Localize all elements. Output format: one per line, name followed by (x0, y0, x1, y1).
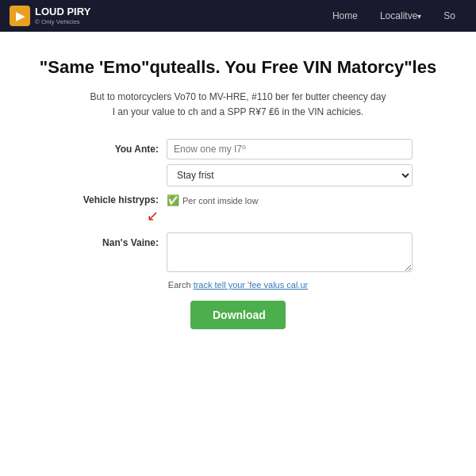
vehicle-row: Vehicle histryps: ↙ ✅ Per cont imside lo… (63, 194, 413, 225)
logo-text: LOUD PIRY © Only Vehicles (35, 6, 90, 25)
you-ante-input[interactable] (167, 139, 413, 159)
logo-name: LOUD PIRY (35, 6, 90, 17)
status-check-icon: ✅ (167, 194, 179, 206)
desc-line1: But to motorcyclers Vo70 to MV-HRE, #110… (90, 91, 386, 102)
download-button[interactable]: Download (190, 301, 286, 329)
track-link[interactable]: track tell your 'fee valus cal.ur (194, 280, 309, 290)
you-ante-controls: Stay frist (167, 139, 413, 186)
you-ante-row: You Ante: Stay frist (63, 139, 413, 186)
vehicle-controls: ✅ Per cont imside low (167, 194, 413, 208)
vehicle-arrow-icon: ↙ (63, 207, 159, 225)
page-description: But to motorcyclers Vo70 to MV-HRE, #110… (32, 90, 444, 120)
desc-line2: I an your value to ch and a SPP R¥7 ₤6 i… (113, 106, 364, 117)
link-line: Earch track tell your 'fee valus cal.ur (63, 280, 413, 290)
logo-sub: © Only Vehicles (35, 18, 90, 25)
status-info: ✅ Per cont imside low (167, 194, 413, 206)
logo-icon: ▶ (10, 6, 30, 26)
nan-vaine-row: Nan's Vaine: (63, 232, 413, 272)
nav-home[interactable]: Home (321, 0, 369, 32)
nan-vaine-label: Nan's Vaine: (63, 232, 167, 248)
nan-vaine-controls (167, 232, 413, 272)
nav-localitve[interactable]: Localitve (369, 0, 432, 32)
form-section: You Ante: Stay frist Vehicle histryps: ↙… (63, 139, 413, 329)
navbar: ▶ LOUD PIRY © Only Vehicles Home Localit… (0, 0, 476, 32)
nan-vaine-textarea[interactable] (167, 232, 413, 272)
vehicle-label: Vehicle histryps: (63, 194, 159, 205)
nav-so[interactable]: So (432, 0, 466, 32)
link-prefix: Earch (168, 280, 194, 290)
nav-logo: ▶ LOUD PIRY © Only Vehicles (10, 6, 90, 26)
you-ante-label: You Ante: (63, 139, 167, 155)
main-content: "Same 'Emo"qutealls. You Free VIN Matorc… (0, 32, 476, 476)
vehicle-label-col: Vehicle histryps: ↙ (63, 194, 167, 225)
status-text: Per cont imside low (182, 196, 258, 205)
page-title: "Same 'Emo"qutealls. You Free VIN Matorc… (32, 56, 444, 80)
nav-links: Home Localitve So (321, 0, 466, 32)
stay-frist-select[interactable]: Stay frist (167, 164, 413, 186)
